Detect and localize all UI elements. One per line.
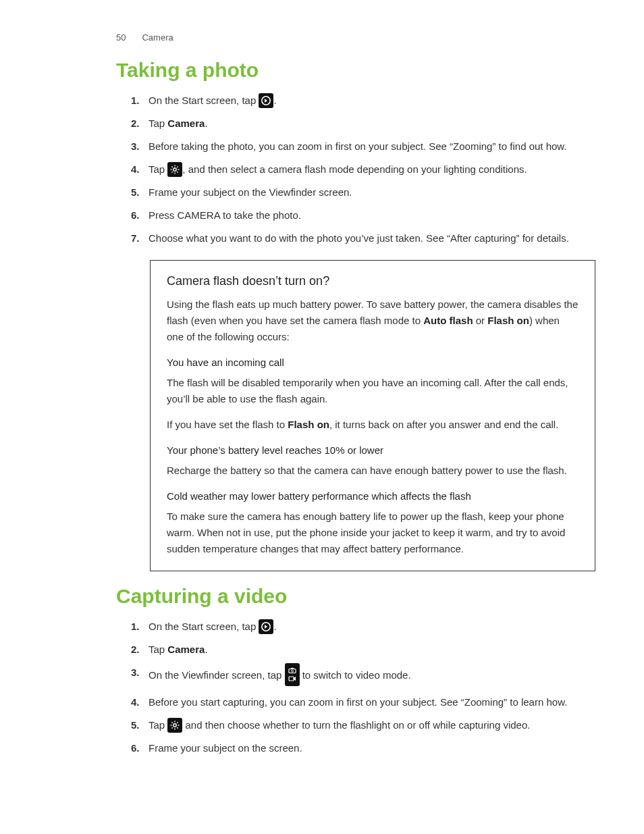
photo-steps-list: On the Start screen, tap . Tap Camera. B… [134, 93, 595, 246]
heading-capturing-video: Capturing a video [116, 585, 595, 608]
info-para: If you have set the flash to Flash on, i… [167, 417, 579, 433]
text: Tap [149, 118, 167, 129]
list-item: Before taking the photo, you can zoom in… [134, 138, 595, 155]
svg-line-6 [172, 166, 173, 167]
info-intro: Using the flash eats up much battery pow… [167, 296, 579, 345]
list-item: Tap Camera. [134, 115, 595, 132]
list-item: Tap Camera. [134, 642, 595, 658]
text-bold: Flash on [288, 419, 329, 430]
list-item: Frame your subject on the screen. [134, 740, 595, 756]
section-name: Camera [142, 32, 173, 43]
page-header: 50 Camera [49, 32, 595, 43]
svg-line-7 [178, 172, 178, 172]
svg-rect-13 [291, 668, 294, 669]
list-item: On the Start screen, tap . [134, 619, 595, 635]
svg-line-20 [172, 723, 173, 723]
text-bold: Auto flash [423, 315, 473, 326]
svg-line-22 [172, 727, 173, 728]
info-subhead: Cold weather may lower battery performan… [167, 488, 579, 504]
text: If you have set the flash to [167, 419, 288, 430]
text: to switch to video mode. [302, 669, 411, 681]
text: On the Viewfinder screen, tap [149, 669, 285, 681]
info-box-flash: Camera flash doesn’t turn on? Using the … [150, 260, 595, 571]
info-title: Camera flash doesn’t turn on? [167, 274, 579, 288]
text: Tap [149, 644, 167, 655]
list-item: Tap , and then select a camera flash mod… [134, 161, 595, 178]
text: . [273, 95, 276, 106]
text: . [205, 118, 207, 129]
svg-line-9 [178, 166, 178, 167]
document-page: 50 Camera Taking a photo On the Start sc… [0, 0, 644, 834]
text: Tap [149, 163, 167, 175]
svg-point-1 [173, 168, 176, 171]
svg-rect-14 [289, 677, 294, 681]
info-subhead: You have an incoming call [167, 355, 579, 371]
text: On the Start screen, tap [149, 95, 259, 106]
list-item: Before you start capturing, you can zoom… [134, 694, 595, 710]
list-item: Choose what you want to do with the phot… [134, 230, 595, 246]
svg-line-21 [178, 727, 178, 728]
arrow-right-circle-icon [259, 619, 273, 634]
gear-icon [167, 718, 182, 733]
text: , and then select a camera flash mode de… [182, 163, 527, 175]
gear-icon [167, 162, 182, 177]
text: or [473, 315, 488, 326]
info-subhead: Your phone’s battery level reaches 10% o… [167, 442, 579, 459]
text-bold: Flash on [487, 315, 529, 326]
list-item: On the Start screen, tap . [134, 93, 595, 109]
text: On the Start screen, tap [149, 621, 259, 632]
list-item: On the Viewfinder screen, tap to switch … [134, 664, 595, 687]
info-para: To make sure the camera has enough batte… [167, 509, 579, 557]
arrow-right-circle-icon [259, 93, 273, 108]
svg-line-23 [178, 723, 178, 723]
camera-video-toggle-icon [285, 663, 300, 686]
text: , it turns back on after you answer and … [329, 419, 558, 430]
svg-point-12 [291, 670, 293, 672]
list-item: Tap and then choose whether to turn the … [134, 717, 595, 733]
text-bold: Camera [167, 118, 205, 129]
info-para: The flash will be disabled temporarily w… [167, 375, 579, 407]
info-para: Recharge the battery so that the camera … [167, 463, 579, 479]
svg-point-15 [173, 724, 176, 727]
page-number: 50 [116, 32, 126, 43]
list-item: Frame your subject on the Viewfinder scr… [134, 184, 595, 201]
text: and then choose whether to turn the flas… [186, 719, 531, 731]
heading-taking-photo: Taking a photo [116, 59, 595, 82]
text: . [273, 621, 276, 632]
video-steps-list: On the Start screen, tap . Tap Camera. O… [134, 619, 595, 756]
text: . [205, 644, 207, 655]
text-bold: Camera [167, 644, 205, 655]
svg-line-8 [172, 172, 173, 172]
text: Tap [149, 719, 167, 731]
list-item: Press CAMERA to take the photo. [134, 207, 595, 224]
